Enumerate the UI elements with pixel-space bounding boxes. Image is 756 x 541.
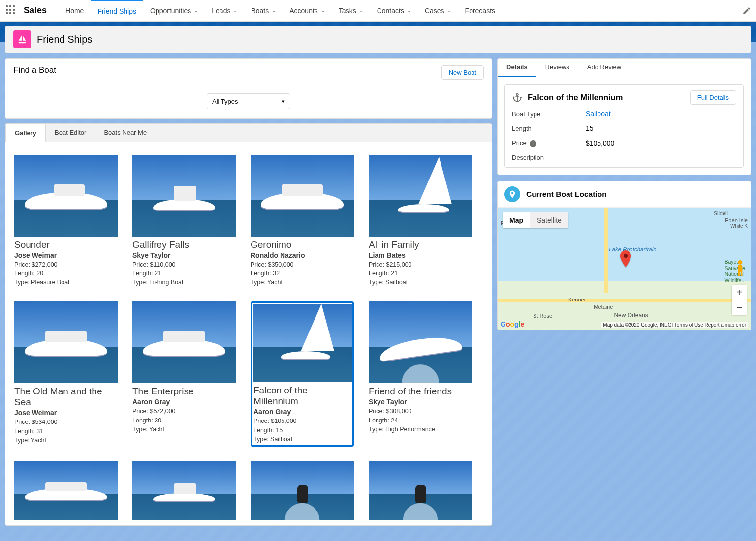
- boat-meta: Price: $350,000Length: 32Type: Yacht: [251, 260, 354, 287]
- boat-type-selected: All Types: [212, 98, 238, 105]
- boat-thumbnail: [369, 301, 472, 383]
- boat-meta: Price: $534,000Length: 31Type: Yacht: [14, 418, 118, 444]
- google-logo: Google: [501, 320, 524, 328]
- tab-gallery[interactable]: Gallery: [5, 124, 46, 142]
- map-label-lake: Lake Pontchartrain: [609, 246, 657, 252]
- boat-type-select[interactable]: All Types ▾: [207, 93, 290, 109]
- boat-tile[interactable]: All in FamilyLiam BatesPrice: $215,000Le…: [369, 155, 472, 287]
- boat-gallery: SounderJose WeimarPrice: $272,000Length:…: [5, 142, 492, 525]
- map-label-eden: Eden Isle: [725, 217, 748, 223]
- map-type-satellite[interactable]: Satellite: [530, 212, 568, 228]
- boat-owner: Ronaldo Nazario: [251, 251, 354, 259]
- boat-owner: Aaron Gray: [132, 398, 236, 406]
- info-icon[interactable]: i: [530, 140, 536, 147]
- map-type-map[interactable]: Map: [503, 212, 530, 228]
- boat-name: Gallifrey Falls: [132, 240, 236, 250]
- boat-thumbnail: [369, 461, 472, 520]
- boat-name: Falcon of the Millennium: [253, 385, 351, 407]
- detail-tab-reviews[interactable]: Reviews: [536, 59, 578, 77]
- nav-tab-cases[interactable]: Cases⌄: [418, 0, 458, 21]
- boat-tile[interactable]: Falcon of the MillenniumAaron GrayPrice:…: [251, 301, 354, 446]
- boat-tile[interactable]: The EnterpriseAaron GrayPrice: $572,000L…: [132, 301, 236, 446]
- label-length: Length: [512, 125, 586, 132]
- boat-name: The Old Man and the Sea: [14, 386, 118, 408]
- detail-tab-details[interactable]: Details: [498, 59, 536, 77]
- boat-tile[interactable]: The Old Man and the SeaJose WeimarPrice:…: [14, 301, 118, 446]
- nav-tab-opportunities[interactable]: Opportunities⌄: [143, 0, 205, 21]
- map-card: Current Boat Location Lake Pontchartrain…: [497, 181, 751, 330]
- nav-tab-boats[interactable]: Boats⌄: [244, 0, 283, 21]
- boat-meta: Price: $272,000Length: 20Type: Pleasure …: [14, 260, 118, 287]
- chevron-down-icon: ⌄: [407, 8, 411, 13]
- map-title: Current Boat Location: [526, 190, 607, 199]
- boat-thumbnail: [14, 301, 118, 383]
- nav-tab-forecasts[interactable]: Forecasts: [458, 0, 502, 21]
- tab-boat-editor[interactable]: Boat Editor: [46, 124, 95, 142]
- app-launcher-icon[interactable]: [6, 5, 17, 16]
- map-label-metairie: Metairie: [594, 304, 613, 310]
- page-title: Friend Ships: [37, 34, 92, 45]
- map-attribution[interactable]: Map data ©2020 Google, INEGI Terms of Us…: [601, 322, 748, 328]
- boat-owner: Skye Taylor: [132, 251, 236, 259]
- map-label-slidell: Slidell: [714, 210, 728, 216]
- boat-owner: Jose Weimar: [14, 251, 118, 259]
- map-zoom: + −: [732, 285, 747, 315]
- pegman-icon[interactable]: [734, 260, 747, 275]
- boat-meta: Price: $110,000Length: 21Type: Fishing B…: [132, 260, 236, 287]
- boat-tile[interactable]: [369, 461, 472, 520]
- value-boat-type[interactable]: Sailboat: [586, 110, 736, 118]
- label-description: Description: [512, 154, 586, 161]
- zoom-in-button[interactable]: +: [732, 285, 747, 300]
- boat-tile[interactable]: [132, 461, 236, 520]
- boat-meta: Price: $105,000Length: 15Type: Sailboat: [253, 417, 351, 443]
- boat-tile[interactable]: Gallifrey FallsSkye TaylorPrice: $110,00…: [132, 155, 236, 287]
- nav-tab-contacts[interactable]: Contacts⌄: [370, 0, 418, 21]
- boat-thumbnail: [132, 461, 236, 520]
- nav-tabs: HomeFriend ShipsOpportunities⌄Leads⌄Boat…: [59, 0, 502, 21]
- chevron-down-icon: ⌄: [447, 8, 451, 13]
- find-boat-title: Find a Boat: [13, 65, 56, 75]
- value-price: $105,000: [586, 139, 736, 147]
- map-canvas[interactable]: Lake Pontchartrain Slidell Eden Isle Whi…: [498, 208, 751, 330]
- boat-thumbnail: [14, 461, 118, 520]
- nav-tab-leads[interactable]: Leads⌄: [205, 0, 244, 21]
- boat-tile[interactable]: Friend of the friendsSkye TaylorPrice: $…: [369, 301, 472, 446]
- boat-thumbnail: [132, 155, 236, 237]
- chevron-down-icon: ▾: [282, 98, 285, 105]
- nav-tab-tasks[interactable]: Tasks⌄: [332, 0, 370, 21]
- edit-pencil-icon[interactable]: [742, 6, 751, 15]
- nav-tab-friend-ships[interactable]: Friend Ships: [91, 0, 143, 21]
- map-type-toggle: Map Satellite: [503, 212, 568, 228]
- boat-tile[interactable]: [14, 461, 118, 520]
- app-name: Sales: [24, 5, 47, 16]
- detail-tab-add-review[interactable]: Add Review: [578, 59, 630, 77]
- boat-meta: Price: $308,000Length: 24Type: High Perf…: [369, 407, 472, 433]
- chevron-down-icon: ⌄: [233, 8, 237, 13]
- boat-tile[interactable]: GeronimoRonaldo NazarioPrice: $350,000Le…: [251, 155, 354, 287]
- boat-tile[interactable]: SounderJose WeimarPrice: $272,000Length:…: [14, 155, 118, 287]
- svg-rect-2: [738, 265, 743, 272]
- tab-boats-near-me[interactable]: Boats Near Me: [95, 124, 156, 142]
- boat-thumbnail: [253, 304, 352, 382]
- boat-owner: Jose Weimar: [14, 409, 118, 417]
- global-nav: Sales HomeFriend ShipsOpportunities⌄Lead…: [0, 0, 756, 22]
- svg-rect-3: [738, 271, 740, 276]
- page-header: Friend Ships: [5, 26, 751, 53]
- detail-box: Falcon of the Millennium Full Details Bo…: [504, 84, 744, 168]
- detail-title: Falcon of the Millennium: [528, 93, 623, 102]
- svg-rect-4: [741, 271, 742, 276]
- full-details-button[interactable]: Full Details: [690, 90, 736, 105]
- nav-tab-accounts[interactable]: Accounts⌄: [283, 0, 332, 21]
- new-boat-button[interactable]: New Boat: [441, 65, 484, 80]
- workspace: Friend Ships Find a Boat New Boat All Ty…: [0, 22, 756, 541]
- zoom-out-button[interactable]: −: [732, 300, 747, 315]
- chevron-down-icon: ⌄: [272, 8, 276, 13]
- value-length: 15: [586, 124, 736, 132]
- boat-tile[interactable]: [251, 461, 354, 520]
- boat-name: The Enterprise: [132, 386, 236, 397]
- boat-thumbnail: [251, 155, 354, 237]
- nav-tab-home[interactable]: Home: [59, 0, 91, 21]
- boat-detail-card: DetailsReviewsAdd Review Falcon of the M…: [497, 58, 751, 175]
- detail-tabbar: DetailsReviewsAdd Review: [498, 59, 751, 77]
- boat-name: Geronimo: [251, 240, 354, 250]
